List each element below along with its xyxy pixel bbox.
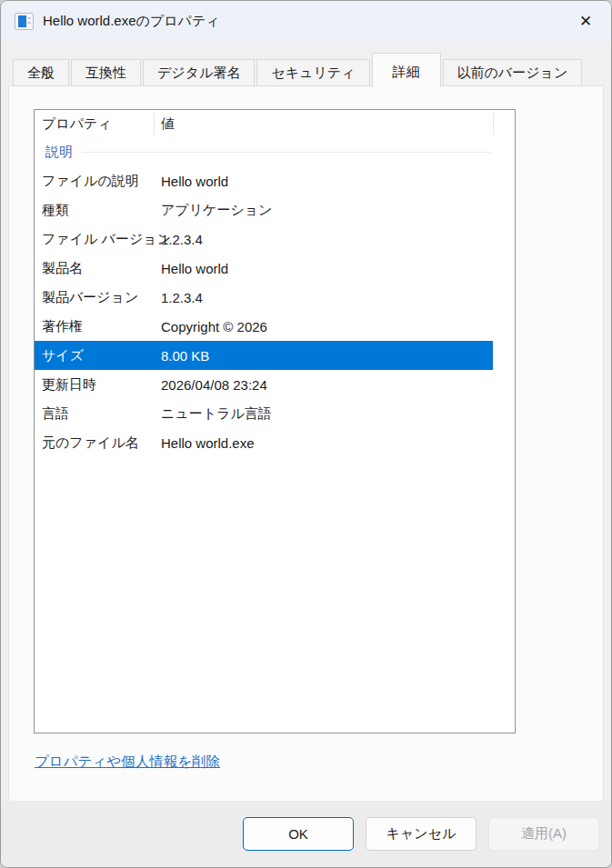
button-bar: OK キャンセル 適用(A) <box>1 801 611 867</box>
table-row[interactable]: 元のファイル名 Hello world.exe <box>35 428 493 457</box>
table-row[interactable]: 言語 ニュートラル言語 <box>35 399 493 428</box>
table-row[interactable]: 更新日時 2026/04/08 23:24 <box>35 370 493 399</box>
property-name: 種類 <box>35 202 154 219</box>
property-name: サイズ <box>35 347 154 364</box>
table-row-selected[interactable]: サイズ 8.00 KB <box>35 341 493 370</box>
table-row[interactable]: 製品バージョン 1.2.3.4 <box>35 283 493 312</box>
close-button[interactable]: ✕ <box>567 7 604 36</box>
property-value: ニュートラル言語 <box>154 405 493 423</box>
properties-list: プロパティ 値 説明 ファイルの説明 Hello world 種類 アプリケーシ… <box>34 109 516 733</box>
column-separator <box>493 113 494 135</box>
property-value: 8.00 KB <box>154 348 493 364</box>
remove-properties-link[interactable]: プロパティや個人情報を削除 <box>35 753 220 772</box>
close-icon: ✕ <box>579 14 592 29</box>
property-name: ファイルの説明 <box>35 173 154 190</box>
title-bar: Hello world.exeのプロパティ ✕ <box>1 1 611 42</box>
property-value: 2026/04/08 23:24 <box>154 377 493 393</box>
group-divider <box>82 152 491 153</box>
property-value: 1.2.3.4 <box>154 232 493 247</box>
property-value: Hello world.exe <box>154 435 493 451</box>
tab-previous-versions[interactable]: 以前のバージョン <box>443 59 583 86</box>
list-header: プロパティ 値 <box>35 110 515 137</box>
table-row[interactable]: ファイルの説明 Hello world <box>35 166 493 195</box>
tab-strip: 全般 互換性 デジタル署名 セキュリティ 詳細 以前のバージョン <box>13 52 600 86</box>
property-value: Hello world <box>154 261 493 276</box>
properties-dialog: Hello world.exeのプロパティ ✕ 全般 互換性 デジタル署名 セキ… <box>0 0 612 868</box>
property-name: 製品バージョン <box>35 289 154 306</box>
group-label: 説明 <box>45 144 73 161</box>
tab-digital-signatures[interactable]: デジタル署名 <box>143 59 255 86</box>
table-row[interactable]: 製品名 Hello world <box>35 254 493 283</box>
tab-security[interactable]: セキュリティ <box>256 59 369 86</box>
apply-button[interactable]: 適用(A) <box>488 817 599 851</box>
property-name: 更新日時 <box>35 376 154 394</box>
property-value: Hello world <box>154 174 493 189</box>
property-name: 著作権 <box>35 318 154 335</box>
tab-compatibility[interactable]: 互換性 <box>71 59 141 86</box>
column-header-value: 値 <box>161 115 515 133</box>
property-name: 言語 <box>35 405 154 423</box>
tab-details[interactable]: 詳細 <box>372 53 441 87</box>
property-name: 元のファイル名 <box>35 434 154 452</box>
table-row[interactable]: ファイル バージョン 1.2.3.4 <box>35 224 493 254</box>
table-row[interactable]: 種類 アプリケーション <box>35 195 493 224</box>
tab-page-details: プロパティ 値 説明 ファイルの説明 Hello world 種類 アプリケーシ… <box>8 85 604 803</box>
property-value: アプリケーション <box>154 202 493 219</box>
tab-general[interactable]: 全般 <box>13 59 69 86</box>
group-header-description: 説明 <box>35 137 515 166</box>
cancel-button[interactable]: キャンセル <box>366 817 477 851</box>
property-value: Copyright © 2026 <box>154 319 493 334</box>
column-header-property: プロパティ <box>35 115 161 133</box>
column-separator <box>154 113 155 135</box>
property-name: 製品名 <box>35 260 154 277</box>
property-value: 1.2.3.4 <box>154 290 493 305</box>
app-icon <box>15 13 34 30</box>
ok-button[interactable]: OK <box>243 817 354 851</box>
property-name: ファイル バージョン <box>35 231 154 248</box>
window-title: Hello world.exeのプロパティ <box>43 13 220 30</box>
table-row[interactable]: 著作権 Copyright © 2026 <box>35 312 493 341</box>
